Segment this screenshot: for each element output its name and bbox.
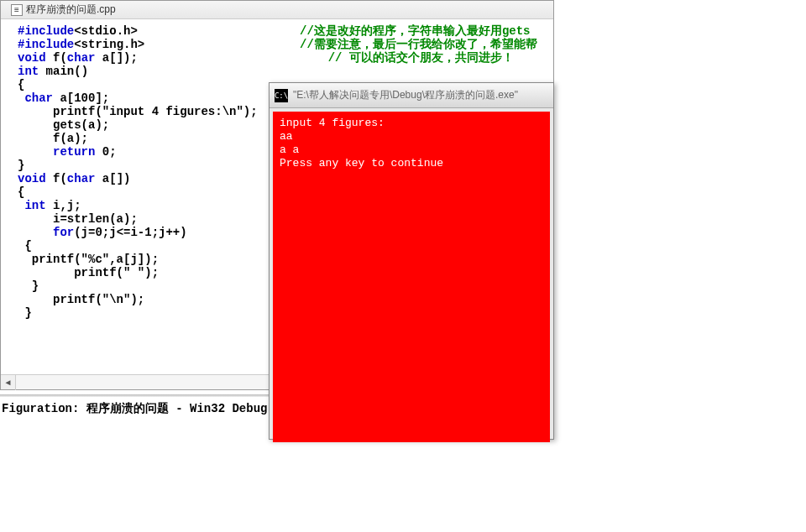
configuration-text: Figuration: 程序崩溃的问题 - Win32 Debug [2,402,267,415]
tab-filename: 程序崩溃的问题.cpp [26,3,116,17]
tab-bar: ≡ 程序崩溃的问题.cpp [1,1,553,19]
console-title: "E:\帮人解决问题专用\Debug\程序崩溃的问题.exe" [293,88,548,102]
file-tab[interactable]: ≡ 程序崩溃的问题.cpp [4,1,123,18]
file-icon: ≡ [11,4,23,16]
scroll-left-icon[interactable]: ◄ [1,375,16,390]
console-window: C:\ "E:\帮人解决问题专用\Debug\程序崩溃的问题.exe" inpu… [269,82,554,440]
console-titlebar[interactable]: C:\ "E:\帮人解决问题专用\Debug\程序崩溃的问题.exe" [270,83,553,108]
console-icon: C:\ [275,89,288,102]
console-output[interactable]: input 4 figures: aa a a Press any key to… [273,112,550,442]
